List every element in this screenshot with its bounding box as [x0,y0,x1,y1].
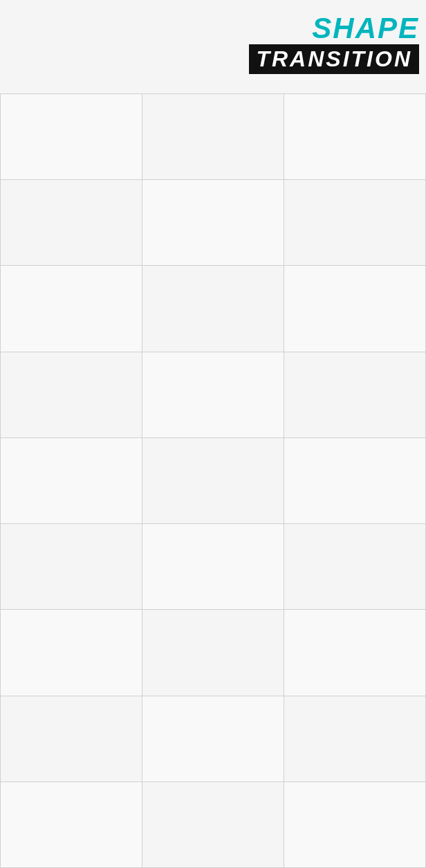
grid-cell [1,524,142,610]
grid-cell [284,782,426,868]
grid-cell [1,696,142,782]
grid-cell [1,782,142,868]
grid-cell [142,610,284,696]
page-container: SHAPE TRANSITION [0,0,426,868]
grid-cell [284,266,426,352]
grid-cell [1,180,142,266]
grid-cell [142,180,284,266]
grid-cell [284,94,426,180]
grid-cell [142,438,284,524]
grid-cell [142,352,284,438]
grid-cell [142,524,284,610]
grid-cell [1,438,142,524]
title-transition-wrapper: TRANSITION [249,44,419,74]
header: SHAPE TRANSITION [249,0,426,81]
grid-cell [142,94,284,180]
title-shape: SHAPE [249,14,419,43]
grid-cell [142,782,284,868]
grid-cell [1,94,142,180]
grid-cell [1,610,142,696]
grid-cell [284,610,426,696]
grid-cell [1,352,142,438]
title-transition: TRANSITION [256,47,412,71]
grid-cell [142,696,284,782]
grid-container [0,93,426,868]
grid-cell [142,266,284,352]
grid-cell [284,180,426,266]
grid-cell [284,352,426,438]
grid-cell [284,696,426,782]
grid-cell [284,524,426,610]
grid-cell [1,266,142,352]
grid-cell [284,438,426,524]
